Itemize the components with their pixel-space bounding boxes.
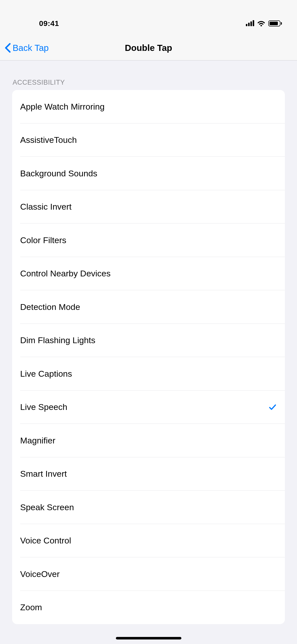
list-item[interactable]: Classic Invert [12, 190, 285, 224]
options-list: Apple Watch MirroringAssistiveTouchBackg… [12, 90, 285, 624]
chevron-left-icon [5, 43, 11, 53]
item-label: Voice Control [20, 536, 71, 545]
list-item[interactable]: VoiceOver [12, 557, 285, 591]
status-bar: 09:41 [0, 0, 297, 35]
item-label: Classic Invert [20, 202, 72, 212]
list-item[interactable]: Background Sounds [12, 157, 285, 190]
list-item[interactable]: Zoom [12, 591, 285, 624]
item-label: Color Filters [20, 235, 66, 245]
list-item[interactable]: Smart Invert [12, 457, 285, 491]
list-item[interactable]: Magnifier [12, 424, 285, 457]
list-item[interactable]: Voice Control [12, 524, 285, 558]
item-label: Dim Flashing Lights [20, 335, 95, 345]
list-item[interactable]: Live Captions [12, 357, 285, 391]
home-indicator [116, 637, 181, 639]
item-label: Live Captions [20, 369, 72, 379]
battery-icon [268, 20, 282, 26]
item-label: Smart Invert [20, 469, 67, 479]
section-header: ACCESSIBILITY [0, 60, 297, 90]
back-label: Back Tap [13, 43, 49, 53]
item-label: VoiceOver [20, 569, 60, 579]
list-item[interactable]: Live Speech [12, 391, 285, 424]
checkmark-icon [268, 403, 277, 411]
nav-bar: Back Tap Double Tap [0, 35, 297, 60]
list-item[interactable]: Dim Flashing Lights [12, 324, 285, 357]
page-title: Double Tap [125, 43, 172, 53]
item-label: Detection Mode [20, 302, 80, 312]
item-label: AssistiveTouch [20, 135, 77, 145]
item-label: Speak Screen [20, 502, 74, 512]
list-item[interactable]: Detection Mode [12, 290, 285, 324]
wifi-icon [257, 20, 265, 26]
list-item[interactable]: Control Nearby Devices [12, 257, 285, 291]
item-label: Magnifier [20, 436, 55, 445]
back-button[interactable]: Back Tap [5, 43, 49, 53]
item-label: Zoom [20, 602, 42, 612]
cellular-signal-icon [246, 21, 254, 26]
item-label: Live Speech [20, 402, 67, 412]
item-label: Background Sounds [20, 169, 97, 178]
status-time: 09:41 [15, 19, 59, 28]
list-item[interactable]: Apple Watch Mirroring [12, 90, 285, 123]
list-item[interactable]: Color Filters [12, 223, 285, 257]
list-item[interactable]: Speak Screen [12, 491, 285, 524]
item-label: Apple Watch Mirroring [20, 102, 105, 112]
list-item[interactable]: AssistiveTouch [12, 123, 285, 157]
item-label: Control Nearby Devices [20, 269, 111, 278]
status-icons [246, 20, 282, 26]
